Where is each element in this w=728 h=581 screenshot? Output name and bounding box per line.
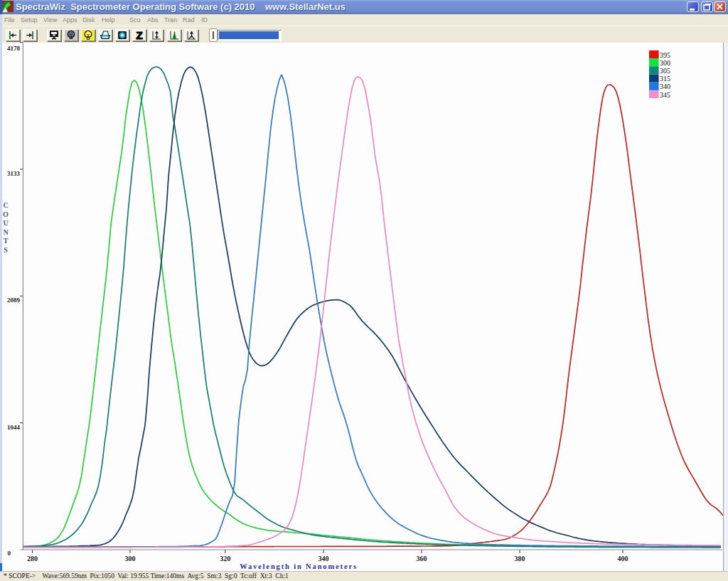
svg-text:C: C [3, 201, 8, 209]
svg-text:O: O [3, 210, 9, 218]
svg-text:S: S [4, 246, 8, 254]
svg-text:400: 400 [618, 555, 628, 563]
svg-text:280: 280 [27, 555, 38, 563]
svg-text:0: 0 [8, 550, 11, 557]
svg-text:2089: 2089 [7, 297, 21, 304]
svg-text:380: 380 [515, 555, 525, 563]
svg-text:300: 300 [660, 59, 670, 67]
svg-text:1044: 1044 [7, 424, 21, 431]
svg-text:Wavelength in Nanometers: Wavelength in Nanometers [240, 563, 358, 570]
svg-text:315: 315 [660, 75, 670, 82]
svg-text:300: 300 [125, 555, 136, 563]
svg-text:395: 395 [660, 51, 670, 59]
svg-text:U: U [3, 219, 8, 227]
svg-text:360: 360 [417, 555, 427, 563]
svg-text:345: 345 [660, 91, 670, 99]
svg-text:340: 340 [318, 555, 329, 563]
svg-text:320: 320 [220, 555, 230, 563]
svg-text:T: T [4, 237, 9, 245]
svg-text:4178: 4178 [7, 45, 21, 52]
svg-text:3133: 3133 [7, 170, 21, 177]
svg-text:340: 340 [660, 82, 670, 90]
svg-text:N: N [3, 228, 9, 236]
svg-text:305: 305 [660, 67, 670, 75]
